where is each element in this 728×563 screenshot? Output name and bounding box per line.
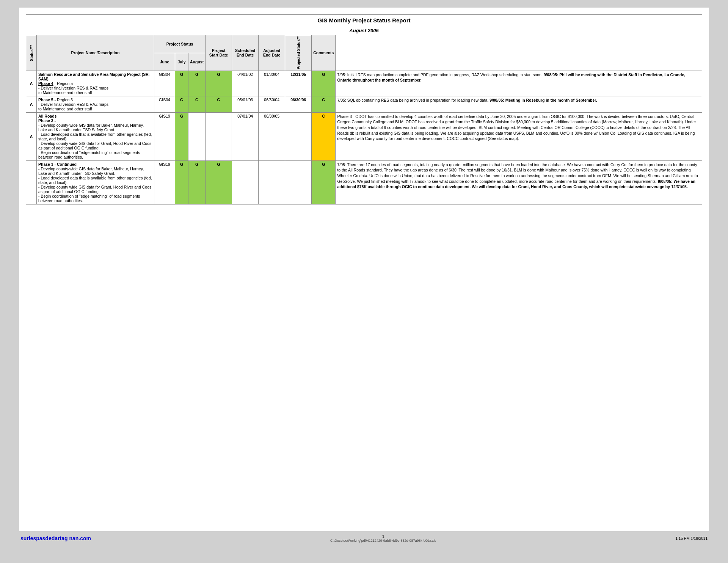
footer-website: surlespasdedartag nan.com [20,535,91,541]
row4-project-number: GIS19 [154,160,175,204]
table-row: A Salmon Resource and Sensitive Area Map… [26,71,702,96]
row4-comments: 7/05: There are 17 counties of road segm… [336,160,702,204]
row1-projected: G [312,71,336,96]
report-subtitle: August 2005 [26,26,702,35]
project-name-header: Project Name/Description [37,35,154,71]
row3-project-number: GIS19 [154,112,175,160]
footer-datetime: 1:15 PM 1/18/2011 [675,536,708,541]
row1-end-date: 01/30/04 [259,71,285,96]
row3-july [188,112,206,160]
row1-project-name: Salmon Resource and Sensitive Area Mappi… [37,71,154,96]
row4-start-date [232,160,259,204]
row2-comments: 7/05: SQL db containing RES data being a… [336,96,702,112]
project-status-group-header: Project Status [154,35,206,53]
row2-july: G [188,96,206,112]
row1-july: G [188,71,206,96]
row3-projected: C [312,112,336,160]
row3-august [206,112,232,160]
row2-adjusted: 06/30/06 [285,96,312,112]
row1-comments: 7/05: Initial RES map production complet… [336,71,702,96]
table-row: Phase 3 - Continued - Develop county-wid… [26,160,702,204]
header-row-1: Status*** Project Name/Description Proje… [26,35,702,53]
report-title: GIS Monthly Project Status Report [26,14,702,26]
august-header: August [188,53,206,71]
row3-comments: Phase 3 - ODOT has committed to develop … [336,112,702,160]
row4-july: G [188,160,206,204]
row4-end-date [259,160,285,204]
table-row: A Phase 5 - Region 3 - Deliver final ver… [26,96,702,112]
report-page: GIS Monthly Project Status Report August… [19,8,709,531]
row4-august: G [206,160,232,204]
status-table: Status*** Project Name/Description Proje… [26,35,702,204]
row1-project-number: GIS04 [154,71,175,96]
row3-status: A [26,112,37,160]
row1-start-date: 04/01/02 [232,71,259,96]
status-header: Status*** [26,35,37,71]
row2-project-number: GIS04 [154,96,175,112]
row4-june: G [175,160,188,204]
row1-june: G [175,71,188,96]
row3-june: G [175,112,188,160]
table-row: A All Roads Phase 3 - - Develop county-w… [26,112,702,160]
row1-status: A [26,71,37,96]
row2-august: G [206,96,232,112]
row2-status: A [26,96,37,112]
comments-header: Comments [312,35,336,71]
row4-adjusted [285,160,312,204]
projected-header: Projected Status** [285,35,312,71]
row3-project-name: All Roads Phase 3 - - Develop county-wid… [37,112,154,160]
june-header: June [154,53,175,71]
adjusted-header: Adjusted End Date [259,35,285,71]
footer-page-number: 1 C:\Docstoc\Working\pdf\41212429-9ab5-4… [330,534,436,543]
row2-project-name: Phase 5 - Region 3 - Deliver final versi… [37,96,154,112]
page-footer: surlespasdedartag nan.com 1 C:\Docstoc\W… [19,534,709,543]
july-header: July [175,53,188,71]
row4-project-name: Phase 3 - Continued - Develop county-wid… [37,160,154,204]
row2-projected: G [312,96,336,112]
row4-status [26,160,37,204]
row4-projected: G [312,160,336,204]
row1-adjusted: 12/31/05 [285,71,312,96]
start-date-header: Project Start Date [206,35,232,71]
row1-august: G [206,71,232,96]
row2-june: G [175,96,188,112]
row2-end-date: 06/30/04 [259,96,285,112]
row3-adjusted [285,112,312,160]
row3-end-date: 06/30/05 [259,112,285,160]
row3-start-date: 07/01/04 [232,112,259,160]
row2-start-date: 05/01/03 [232,96,259,112]
end-date-header: Scheduled End Date [232,35,259,71]
